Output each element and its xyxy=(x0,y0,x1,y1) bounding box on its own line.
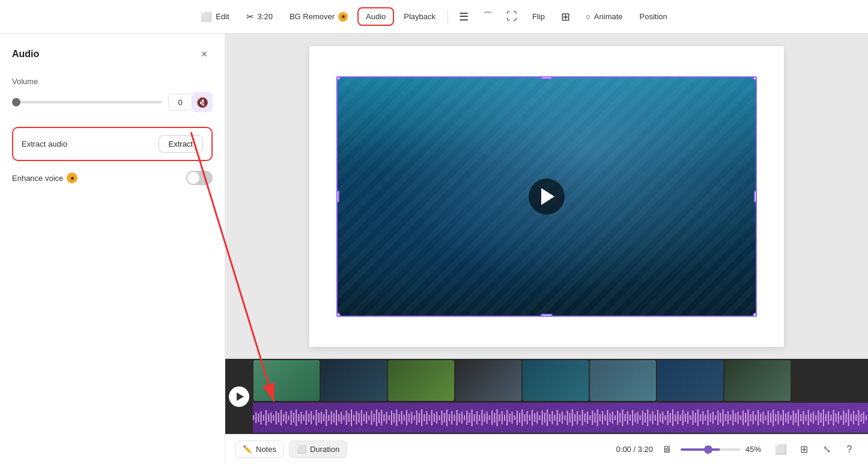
duration-button[interactable]: ⬜ Duration xyxy=(289,441,347,458)
svg-rect-69 xyxy=(421,409,422,426)
svg-rect-100 xyxy=(499,414,500,421)
flip-btn[interactable]: Flip xyxy=(525,8,552,25)
svg-rect-40 xyxy=(348,414,350,422)
svg-rect-199 xyxy=(747,409,748,426)
enhance-toggle[interactable] xyxy=(186,171,213,185)
thumb-6 xyxy=(590,360,656,401)
svg-rect-153 xyxy=(632,410,633,426)
handle-mid-left[interactable] xyxy=(336,191,339,203)
svg-rect-33 xyxy=(331,411,332,424)
round-btn[interactable]: ⌒ xyxy=(477,6,499,28)
grid-btn[interactable]: ⊞ xyxy=(795,441,813,459)
svg-rect-77 xyxy=(441,411,442,425)
svg-rect-8 xyxy=(268,414,269,422)
svg-rect-245 xyxy=(863,412,864,424)
volume-value-input[interactable] xyxy=(168,94,192,111)
svg-rect-37 xyxy=(341,412,342,424)
svg-rect-19 xyxy=(296,409,297,426)
svg-rect-164 xyxy=(660,414,661,422)
handle-bottom-mid[interactable] xyxy=(541,314,553,317)
svg-rect-243 xyxy=(858,410,859,426)
svg-rect-34 xyxy=(333,413,335,423)
extract-button[interactable]: Extract xyxy=(159,135,203,153)
duration-label: Duration xyxy=(310,445,339,454)
svg-rect-50 xyxy=(374,414,375,422)
svg-rect-132 xyxy=(579,415,580,421)
video-preview[interactable]: ↺ 🔓 ⧉ 🗑 ••• xyxy=(336,76,757,317)
handle-bottom-right[interactable] xyxy=(753,313,757,317)
main-area: Audio × Volume 🔇 Extract audio Extract xyxy=(0,34,868,464)
svg-rect-166 xyxy=(664,415,666,420)
svg-rect-99 xyxy=(496,409,497,426)
handle-top-mid[interactable] xyxy=(541,76,553,79)
bg-remover-btn[interactable]: BG Remover ★ xyxy=(282,8,355,25)
svg-rect-203 xyxy=(757,410,759,426)
playback-btn[interactable]: Playback xyxy=(396,8,443,25)
animate-btn[interactable]: ○ Animate xyxy=(578,8,630,25)
adjust-btn[interactable]: ⊞ xyxy=(554,6,576,28)
svg-rect-96 xyxy=(489,415,490,420)
svg-rect-165 xyxy=(662,412,663,424)
edit-btn[interactable]: ⬜ Edit xyxy=(193,8,236,26)
close-button[interactable]: × xyxy=(196,46,213,63)
svg-rect-170 xyxy=(675,414,676,421)
svg-rect-53 xyxy=(381,410,382,426)
fullscreen-btn[interactable]: ⤡ xyxy=(818,441,836,459)
mute-button[interactable]: 🔇 xyxy=(192,92,213,112)
timeline-play-button[interactable] xyxy=(229,386,249,407)
svg-rect-218 xyxy=(795,413,797,423)
svg-rect-105 xyxy=(511,412,512,424)
svg-rect-43 xyxy=(356,411,357,424)
fit-screen-btn[interactable]: ⬜ xyxy=(772,441,790,459)
crop-btn[interactable]: ⛶ xyxy=(501,6,523,28)
svg-rect-206 xyxy=(765,415,766,420)
svg-rect-74 xyxy=(434,414,435,422)
svg-rect-207 xyxy=(768,411,769,425)
svg-rect-27 xyxy=(315,410,317,426)
svg-rect-101 xyxy=(502,411,503,424)
svg-rect-198 xyxy=(745,413,746,423)
svg-rect-49 xyxy=(371,411,372,425)
thumb-5 xyxy=(523,360,589,401)
align-btn[interactable]: ☰ xyxy=(453,6,475,28)
handle-mid-right[interactable] xyxy=(754,191,757,203)
svg-rect-209 xyxy=(772,409,774,426)
help-btn[interactable]: ? xyxy=(840,441,858,459)
audio-track[interactable] xyxy=(253,403,868,433)
svg-rect-197 xyxy=(742,411,744,425)
svg-rect-162 xyxy=(655,415,656,421)
audio-btn[interactable]: Audio xyxy=(357,7,394,26)
toolbar-divider-1 xyxy=(448,10,448,24)
zoom-slider[interactable] xyxy=(681,448,741,451)
svg-rect-92 xyxy=(479,415,480,421)
duration-icon: ⬜ xyxy=(297,445,306,454)
play-button[interactable] xyxy=(529,179,565,215)
svg-rect-20 xyxy=(298,414,299,421)
svg-rect-147 xyxy=(617,411,618,425)
handle-top-right[interactable] xyxy=(753,76,757,81)
adjust-icon: ⊞ xyxy=(561,10,570,23)
svg-rect-160 xyxy=(649,414,651,421)
svg-rect-130 xyxy=(574,414,575,421)
play-icon xyxy=(541,188,554,205)
svg-rect-86 xyxy=(464,415,465,420)
svg-rect-55 xyxy=(386,412,387,424)
svg-rect-176 xyxy=(690,415,691,420)
position-btn[interactable]: Position xyxy=(633,8,675,25)
svg-rect-3 xyxy=(255,412,256,423)
svg-rect-171 xyxy=(677,411,678,424)
svg-rect-157 xyxy=(642,411,643,425)
svg-rect-42 xyxy=(353,415,354,421)
svg-rect-163 xyxy=(657,410,658,426)
volume-slider[interactable] xyxy=(12,101,162,103)
svg-rect-79 xyxy=(446,409,448,426)
svg-rect-4 xyxy=(258,414,259,422)
svg-rect-111 xyxy=(527,411,528,424)
svg-rect-26 xyxy=(313,415,314,420)
cut-btn[interactable]: ✂ 3:20 xyxy=(239,8,280,26)
notes-button[interactable]: ✏️ Notes xyxy=(235,441,284,458)
svg-rect-133 xyxy=(582,410,583,426)
svg-rect-44 xyxy=(359,413,360,423)
screen-size-btn[interactable]: 🖥 xyxy=(658,441,676,459)
svg-rect-188 xyxy=(720,413,721,423)
